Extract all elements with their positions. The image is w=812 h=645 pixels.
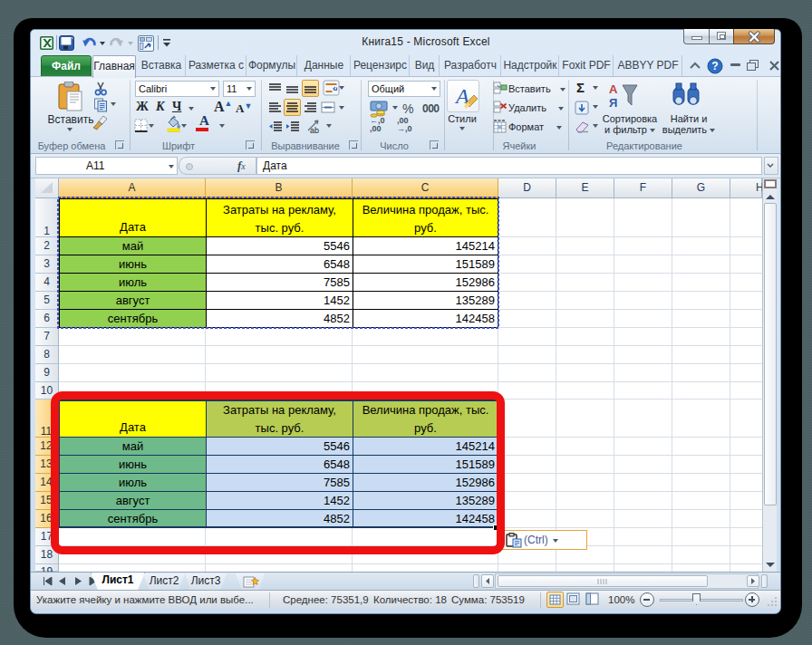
svg-text:ab: ab	[310, 126, 319, 134]
svg-text:Я: Я	[609, 96, 617, 110]
svg-text:А: А	[609, 82, 618, 96]
svg-text:?: ?	[711, 60, 718, 72]
